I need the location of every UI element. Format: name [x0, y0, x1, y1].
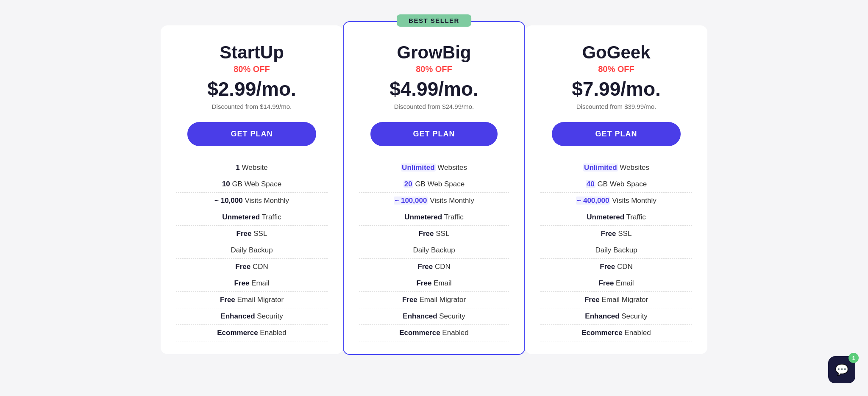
- features-list: Unlimited Websites40 GB Web Space~ 400,0…: [540, 160, 692, 341]
- feature-item: Free Email: [176, 275, 328, 292]
- plan-card-gogeek: GoGeek 80% OFF $7.99/mo. Discounted from…: [525, 25, 707, 354]
- feature-value: 20: [403, 180, 413, 188]
- feature-value: Free: [416, 279, 431, 287]
- feature-item: Free Email Migrator: [540, 292, 692, 308]
- plan-card-growbig: BEST SELLER GrowBig 80% OFF $4.99/mo. Di…: [343, 21, 525, 355]
- feature-item: Unlimited Websites: [540, 160, 692, 176]
- get-plan-button[interactable]: GET PLAN: [187, 122, 316, 146]
- feature-item: Free Email: [540, 275, 692, 292]
- feature-item: Ecommerce Enabled: [359, 325, 509, 341]
- feature-item: Free SSL: [359, 226, 509, 242]
- chat-widget[interactable]: 💬 1: [828, 356, 855, 383]
- feature-value: Unlimited: [583, 163, 618, 172]
- feature-item: Free Email: [359, 275, 509, 292]
- feature-item: Unmetered Traffic: [176, 209, 328, 226]
- plan-name: StartUp: [176, 42, 328, 63]
- feature-item: ~ 400,000 Visits Monthly: [540, 193, 692, 209]
- feature-item: Free CDN: [540, 259, 692, 275]
- original-price-text: Discounted from $24.99/mo.: [359, 103, 509, 110]
- feature-value: 40: [586, 180, 595, 188]
- feature-value: Unmetered: [587, 213, 624, 221]
- plan-price: $2.99/mo.: [176, 78, 328, 100]
- feature-value: Unmetered: [404, 213, 442, 221]
- pricing-container: StartUp 80% OFF $2.99/mo. Discounted fro…: [137, 8, 731, 363]
- feature-value: Free: [235, 263, 250, 271]
- feature-item: Free SSL: [540, 226, 692, 242]
- feature-value: 1: [236, 163, 239, 172]
- feature-item: 20 GB Web Space: [359, 176, 509, 193]
- feature-item: Unmetered Traffic: [540, 209, 692, 226]
- feature-value: ~ 10,000: [214, 197, 243, 205]
- features-list: Unlimited Websites20 GB Web Space~ 100,0…: [359, 160, 509, 341]
- original-price: $24.99/mo.: [442, 103, 474, 110]
- feature-value: Free: [600, 263, 615, 271]
- features-list: 1 Website10 GB Web Space~ 10,000 Visits …: [176, 160, 328, 341]
- feature-value: ~ 100,000: [394, 197, 428, 205]
- original-price: $14.99/mo.: [260, 103, 292, 110]
- discount-badge: 80% OFF: [540, 64, 692, 74]
- feature-value: Free: [419, 230, 434, 238]
- feature-item: 1 Website: [176, 160, 328, 176]
- plan-name: GrowBig: [359, 42, 509, 63]
- feature-item: Free SSL: [176, 226, 328, 242]
- feature-item: 10 GB Web Space: [176, 176, 328, 193]
- feature-value: Free: [234, 279, 249, 287]
- feature-value: 10: [222, 180, 230, 188]
- plan-price: $7.99/mo.: [540, 78, 692, 100]
- feature-value: Free: [402, 296, 417, 304]
- chat-icon: 💬: [835, 363, 849, 377]
- feature-item: Free CDN: [176, 259, 328, 275]
- chat-badge: 1: [849, 353, 859, 363]
- feature-item: Free Email Migrator: [359, 292, 509, 308]
- feature-value: Free: [598, 279, 614, 287]
- get-plan-button[interactable]: GET PLAN: [370, 122, 498, 146]
- discount-badge: 80% OFF: [176, 64, 328, 74]
- feature-item: 40 GB Web Space: [540, 176, 692, 193]
- feature-item: Ecommerce Enabled: [540, 325, 692, 341]
- feature-item: ~ 100,000 Visits Monthly: [359, 193, 509, 209]
- plan-card-startup: StartUp 80% OFF $2.99/mo. Discounted fro…: [161, 25, 343, 354]
- feature-value: Unlimited: [401, 163, 435, 172]
- feature-value: Ecommerce: [217, 329, 258, 337]
- feature-item: ~ 10,000 Visits Monthly: [176, 193, 328, 209]
- feature-value: Unmetered: [222, 213, 260, 221]
- feature-item: Ecommerce Enabled: [176, 325, 328, 341]
- feature-item: Free CDN: [359, 259, 509, 275]
- original-price-text: Discounted from $14.99/mo.: [176, 103, 328, 110]
- feature-value: Enhanced: [220, 312, 255, 320]
- original-price-text: Discounted from $39.99/mo.: [540, 103, 692, 110]
- best-seller-badge: BEST SELLER: [397, 14, 471, 27]
- feature-value: Free: [220, 296, 235, 304]
- feature-value: Free: [601, 230, 616, 238]
- feature-item: Unlimited Websites: [359, 160, 509, 176]
- feature-item: Free Email Migrator: [176, 292, 328, 308]
- original-price: $39.99/mo.: [624, 103, 656, 110]
- feature-value: Free: [417, 263, 433, 271]
- feature-item: Daily Backup: [359, 242, 509, 259]
- feature-item: Enhanced Security: [540, 308, 692, 325]
- feature-value: Enhanced: [403, 312, 437, 320]
- plan-name: GoGeek: [540, 42, 692, 63]
- feature-item: Daily Backup: [540, 242, 692, 259]
- feature-value: Ecommerce: [581, 329, 622, 337]
- plan-price: $4.99/mo.: [359, 78, 509, 100]
- feature-value: Enhanced: [585, 312, 619, 320]
- get-plan-button[interactable]: GET PLAN: [552, 122, 681, 146]
- feature-value: Free: [236, 230, 252, 238]
- feature-item: Daily Backup: [176, 242, 328, 259]
- feature-value: Ecommerce: [399, 329, 440, 337]
- feature-value: ~ 400,000: [576, 197, 610, 205]
- discount-badge: 80% OFF: [359, 64, 509, 74]
- feature-item: Enhanced Security: [176, 308, 328, 325]
- feature-item: Enhanced Security: [359, 308, 509, 325]
- feature-item: Unmetered Traffic: [359, 209, 509, 226]
- feature-value: Free: [584, 296, 600, 304]
